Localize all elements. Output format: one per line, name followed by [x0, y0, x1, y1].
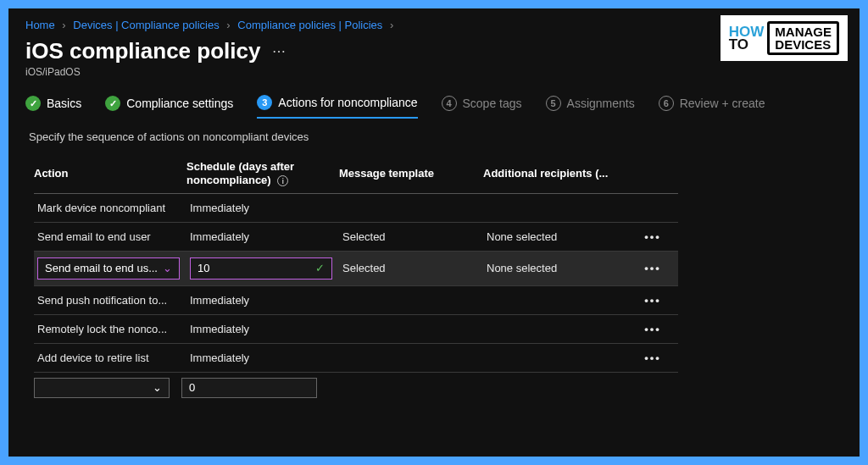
step-review-create[interactable]: 6 Review + create — [659, 96, 765, 118]
info-icon[interactable]: i — [277, 175, 288, 186]
table-header: Action Schedule (days after noncomplianc… — [34, 155, 678, 194]
step-actions-noncompliance[interactable]: 3 Actions for noncompliance — [257, 95, 417, 119]
row-menu-button[interactable]: ••• — [636, 288, 670, 313]
cell-schedule-edit: 10 ✓ — [186, 252, 339, 285]
logo-manage-devices: MANAGEDEVICES — [767, 21, 839, 55]
action-dropdown[interactable]: Send email to end us... ⌄ — [37, 257, 180, 280]
row-menu-button[interactable]: ••• — [636, 224, 670, 249]
section-description: Specify the sequence of actions on nonco… — [29, 130, 843, 143]
row-menu-button[interactable]: ••• — [636, 317, 670, 341]
logo-how: HOWTO — [729, 25, 765, 52]
step-number-badge: 5 — [546, 96, 561, 111]
input-value: 10 — [198, 262, 209, 274]
cell-recipients — [483, 352, 636, 363]
dropdown-value: Send email to end us... — [45, 262, 158, 274]
chevron-right-icon: › — [226, 19, 230, 31]
table-row[interactable]: Send push notification to... Immediately… — [34, 286, 678, 315]
row-menu — [636, 202, 670, 213]
row-menu-button[interactable]: ••• — [636, 346, 670, 370]
step-compliance-settings[interactable]: Compliance settings — [105, 96, 233, 118]
col-action: Action — [34, 167, 186, 180]
cell-action: Send email to end user — [34, 224, 186, 249]
cell-schedule: Immediately — [186, 317, 339, 341]
schedule-input[interactable]: 10 ✓ — [190, 257, 332, 280]
cell-action: Add device to retire list — [34, 346, 186, 370]
chevron-down-icon: ⌄ — [153, 381, 162, 394]
cell-recipients — [483, 294, 636, 306]
wizard-steps: Basics Compliance settings 3 Actions for… — [25, 95, 843, 119]
check-icon — [105, 96, 120, 111]
policy-editor-window: HOWTO MANAGEDEVICES Home › Devices | Com… — [8, 8, 860, 457]
cell-schedule: Immediately — [186, 346, 339, 370]
cell-recipients — [483, 323, 636, 335]
step-scope-tags[interactable]: 4 Scope tags — [442, 96, 522, 118]
col-recipients: Additional recipients (... — [483, 167, 636, 180]
step-number-badge: 3 — [257, 95, 272, 110]
chevron-down-icon: ⌄ — [163, 262, 172, 274]
new-schedule-input[interactable]: 0 — [181, 378, 317, 398]
cell-action: Remotely lock the nonco... — [34, 317, 186, 341]
input-value: 0 — [189, 381, 195, 394]
page-subtitle: iOS/iPadOS — [25, 66, 843, 78]
branding-logo: HOWTO MANAGEDEVICES — [721, 15, 848, 61]
cell-template — [339, 202, 483, 213]
new-row: ⌄ 0 — [34, 378, 678, 398]
table-row[interactable]: Add device to retire list Immediately ••… — [34, 344, 678, 373]
cell-action: Send push notification to... — [34, 288, 186, 313]
row-menu-button[interactable]: ••• — [636, 256, 670, 280]
cell-template-link[interactable]: Selected — [339, 224, 483, 249]
cell-template-link[interactable]: Selected — [339, 256, 483, 280]
cell-template — [339, 352, 483, 363]
table-row[interactable]: Send email to end user Immediately Selec… — [34, 223, 678, 252]
more-icon[interactable]: ⋯ — [272, 43, 287, 59]
cell-recipients-link[interactable]: None selected — [483, 224, 636, 249]
step-basics[interactable]: Basics — [25, 96, 81, 118]
cell-recipients — [483, 202, 636, 213]
cell-recipients-link[interactable]: None selected — [483, 256, 636, 280]
step-number-badge: 4 — [442, 96, 457, 111]
cell-action-edit: Send email to end us... ⌄ — [34, 252, 186, 285]
check-icon — [25, 96, 41, 111]
cell-template — [339, 294, 483, 306]
col-template: Message template — [339, 167, 483, 180]
chevron-right-icon: › — [390, 19, 393, 31]
cell-schedule: Immediately — [186, 196, 339, 220]
table-row[interactable]: Remotely lock the nonco... Immediately •… — [34, 315, 678, 344]
step-assignments[interactable]: 5 Assignments — [546, 96, 635, 118]
crumb-home[interactable]: Home — [25, 19, 55, 31]
cell-action: Mark device noncompliant — [34, 196, 186, 220]
crumb-policies[interactable]: Compliance policies | Policies — [237, 19, 382, 31]
table-row[interactable]: Mark device noncompliant Immediately — [34, 194, 678, 223]
chevron-right-icon: › — [62, 19, 65, 31]
col-schedule: Schedule (days after noncompliance) i — [186, 160, 339, 188]
cell-schedule: Immediately — [186, 224, 339, 249]
check-icon: ✓ — [315, 262, 325, 274]
cell-schedule: Immediately — [186, 288, 339, 313]
step-number-badge: 6 — [659, 96, 674, 111]
actions-table: Action Schedule (days after noncomplianc… — [34, 155, 678, 398]
page-title: iOS compliance policy — [25, 38, 260, 64]
new-action-dropdown[interactable]: ⌄ — [34, 378, 170, 398]
crumb-devices[interactable]: Devices | Compliance policies — [73, 19, 219, 31]
cell-template — [339, 323, 483, 335]
table-row[interactable]: Send email to end us... ⌄ 10 ✓ Selected … — [34, 252, 678, 286]
